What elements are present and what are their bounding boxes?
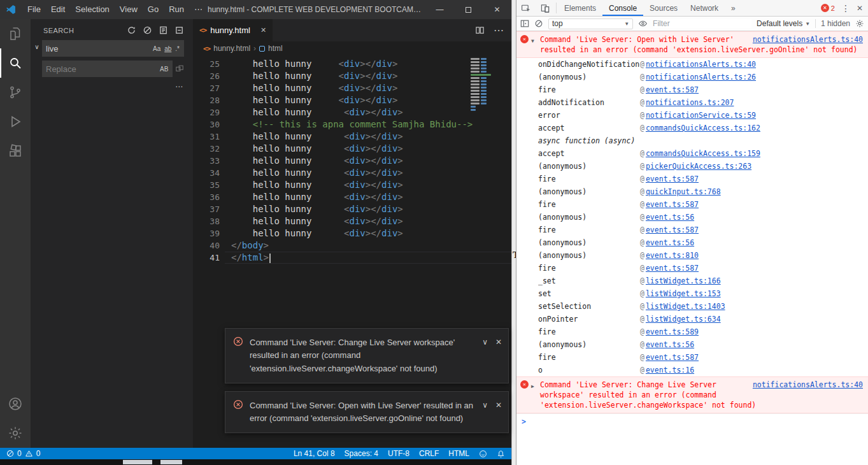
- javascript-context-select[interactable]: top ▼: [548, 18, 633, 29]
- menu-item-6[interactable]: ⋯: [189, 0, 208, 19]
- source-link[interactable]: pickerQuickAccess.ts:263: [646, 162, 751, 171]
- toggle-replace-chevron[interactable]: ∨: [32, 40, 42, 91]
- editor-more-actions-icon[interactable]: ⋯: [494, 24, 504, 36]
- devtools-tab-console[interactable]: Console: [602, 0, 643, 16]
- console-error-message[interactable]: ✕ ▼ notificationsAlerts.ts:40 Command 'L…: [516, 31, 868, 58]
- cursor-position[interactable]: Ln 41, Col 8: [294, 449, 335, 458]
- code-line-40[interactable]: 40</body>: [193, 240, 511, 252]
- menu-item-1[interactable]: Edit: [46, 0, 70, 19]
- source-control-icon[interactable]: [0, 78, 31, 107]
- search-icon[interactable]: [0, 48, 31, 78]
- taskbar-window-preview[interactable]: [160, 460, 182, 464]
- notifications-bell-icon[interactable]: [497, 450, 505, 458]
- indentation[interactable]: Spaces: 4: [345, 449, 378, 458]
- notification-collapse-icon[interactable]: ∨: [482, 399, 488, 411]
- language-mode[interactable]: HTML: [448, 449, 469, 458]
- devtools-menu-icon[interactable]: ⋮: [841, 3, 850, 13]
- feedback-smiley-icon[interactable]: [479, 450, 487, 458]
- menu-item-0[interactable]: File: [22, 0, 46, 19]
- account-icon[interactable]: [0, 389, 31, 418]
- notification-close-icon[interactable]: ✕: [495, 399, 502, 411]
- toggle-search-details[interactable]: ⋯: [42, 81, 184, 91]
- source-link[interactable]: commandsQuickAccess.ts:162: [646, 124, 760, 132]
- refresh-icon[interactable]: [127, 25, 136, 35]
- console-settings-gear-icon[interactable]: [855, 19, 864, 28]
- run-debug-icon[interactable]: [0, 107, 31, 136]
- menu-item-5[interactable]: Run: [164, 0, 189, 19]
- code-line-35[interactable]: 35 hello hunny <div></div>: [193, 179, 511, 191]
- tab-close-icon[interactable]: ✕: [260, 26, 266, 34]
- match-case-toggle[interactable]: Aa: [151, 44, 162, 54]
- new-search-editor-icon[interactable]: [159, 25, 168, 35]
- source-link[interactable]: commandsQuickAccess.ts:159: [646, 149, 760, 158]
- code-line-29[interactable]: 29 hello hunny <div></div>: [193, 106, 511, 118]
- code-line-36[interactable]: 36 hello hunny <div></div>: [193, 191, 511, 203]
- split-editor-icon[interactable]: [475, 25, 485, 35]
- explorer-icon[interactable]: [0, 19, 31, 48]
- tab-hunny-html[interactable]: <> hunny.html ✕: [193, 19, 273, 41]
- menu-item-4[interactable]: Go: [143, 0, 164, 19]
- preserve-case-toggle[interactable]: AB: [158, 64, 170, 74]
- code-line-38[interactable]: 38 hello hunny <div></div>: [193, 215, 511, 227]
- code-line-31[interactable]: 31 hello hunny <div></div>: [193, 131, 511, 143]
- settings-gear-icon[interactable]: [0, 418, 31, 448]
- source-link[interactable]: event.ts:587: [646, 200, 699, 209]
- restore-button[interactable]: [454, 0, 483, 19]
- code-line-28[interactable]: 28 hello hunny <div></div>: [193, 94, 511, 106]
- notification-close-icon[interactable]: ✕: [495, 336, 502, 348]
- caret-expanded-icon[interactable]: ▼: [531, 34, 537, 46]
- code-line-26[interactable]: 26 hello hunny <div></div>: [193, 70, 511, 82]
- whole-word-toggle[interactable]: ab: [162, 44, 173, 54]
- clear-console-icon[interactable]: [534, 19, 543, 28]
- code-line-33[interactable]: 33 hello hunny <div></div>: [193, 155, 511, 167]
- source-link[interactable]: event.ts:56: [646, 340, 694, 349]
- devtools-tab-more[interactable]: »: [725, 0, 742, 16]
- devtools-tab-elements[interactable]: Elements: [558, 0, 602, 16]
- breadcrumb-symbol[interactable]: html: [268, 44, 283, 53]
- code-line-39[interactable]: 39 hello hunny <div></div>: [193, 227, 511, 240]
- problems-status[interactable]: 0 0: [6, 449, 40, 458]
- code-line-34[interactable]: 34 hello hunny <div></div>: [193, 167, 511, 179]
- source-link[interactable]: notificationsAlerts.ts:40: [646, 60, 756, 69]
- console-sidebar-icon[interactable]: [520, 19, 529, 28]
- source-link[interactable]: quickInput.ts:768: [646, 187, 721, 196]
- source-link[interactable]: event.ts:589: [646, 327, 699, 336]
- console-filter-input[interactable]: [653, 19, 751, 28]
- minimap[interactable]: [471, 58, 504, 112]
- code-line-37[interactable]: 37 hello hunny <div></div>: [193, 203, 511, 215]
- code-line-41[interactable]: 41</html>: [193, 252, 511, 264]
- hidden-messages-count[interactable]: 1 hidden: [821, 19, 850, 28]
- close-button[interactable]: ✕: [483, 0, 511, 19]
- devtools-tab-sources[interactable]: Sources: [643, 0, 684, 16]
- source-link[interactable]: listWidget.ts:634: [646, 315, 721, 324]
- source-link[interactable]: listWidget.ts:1403: [646, 302, 725, 311]
- minimize-button[interactable]: —: [425, 0, 454, 19]
- replace-input[interactable]: [46, 64, 158, 74]
- extensions-icon[interactable]: [0, 136, 31, 166]
- menu-item-2[interactable]: Selection: [70, 0, 114, 19]
- breadcrumb-file[interactable]: hunny.html: [213, 44, 250, 53]
- eol-sequence[interactable]: CRLF: [419, 449, 439, 458]
- search-input[interactable]: [46, 44, 151, 54]
- source-link[interactable]: event.ts:587: [646, 85, 699, 94]
- inspect-element-icon[interactable]: [516, 0, 536, 16]
- device-toolbar-icon[interactable]: [536, 0, 555, 16]
- source-link[interactable]: notifications.ts:207: [646, 98, 734, 107]
- source-link[interactable]: event.ts:587: [646, 353, 699, 362]
- regex-toggle[interactable]: .*: [173, 44, 181, 54]
- source-link[interactable]: event.ts:587: [646, 175, 699, 183]
- code-line-32[interactable]: 32 hello hunny <div></div>: [193, 143, 511, 155]
- notification-collapse-icon[interactable]: ∨: [482, 336, 488, 348]
- taskbar-window-preview[interactable]: [123, 460, 152, 464]
- encoding[interactable]: UTF-8: [388, 449, 409, 458]
- devtools-close-icon[interactable]: ✕: [857, 4, 863, 13]
- caret-collapsed-icon[interactable]: ▶: [531, 380, 537, 392]
- source-link[interactable]: event.ts:16: [646, 366, 694, 375]
- console-error-message[interactable]: ✕ ▶ notificationsAlerts.ts:40 Command 'L…: [516, 376, 868, 413]
- source-link[interactable]: event.ts:810: [646, 251, 699, 260]
- breadcrumb[interactable]: <> hunny.html › html: [193, 41, 511, 55]
- console-prompt[interactable]: >: [516, 413, 868, 429]
- replace-all-button[interactable]: [175, 64, 184, 77]
- source-link[interactable]: notificationsAlerts.ts:26: [646, 73, 756, 82]
- error-count-badge[interactable]: ✕ 2: [821, 4, 835, 12]
